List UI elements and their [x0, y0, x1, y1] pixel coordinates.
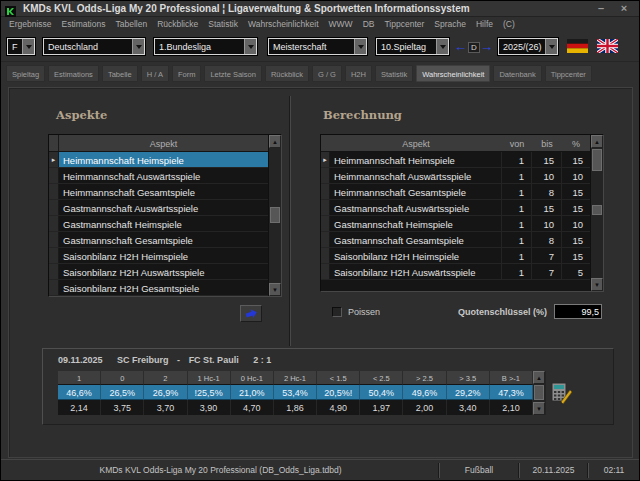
scroll-up-icon[interactable]: ▲: [269, 135, 281, 148]
tab-statistik[interactable]: Statistik: [375, 65, 413, 82]
menu-hilfe[interactable]: Hilfe: [471, 17, 498, 31]
menu-wahrscheinlichkeit[interactable]: Wahrscheinlichkeit: [243, 17, 324, 31]
odds-header-cell: 1: [58, 371, 101, 385]
list-item-selected[interactable]: ▸ Heimmannschaft Heimspiele: [49, 152, 281, 168]
odds-cell: 3,40: [447, 400, 490, 415]
list-item[interactable]: Saisonbilanz H2H Gesamtspiele: [49, 280, 281, 296]
day-badge[interactable]: D: [468, 42, 480, 53]
tab-tippcenter[interactable]: Tippcenter: [545, 65, 592, 82]
next-matchday-arrow-icon[interactable]: →: [480, 40, 493, 53]
list-item[interactable]: Gastmannschaft Auswärtsspiele: [49, 200, 281, 216]
menu-estimations[interactable]: Estimations: [57, 17, 111, 31]
row-indicator: [49, 184, 59, 199]
scroll-down-icon[interactable]: ▼: [533, 402, 545, 415]
menu-ergebnisse[interactable]: Ergebnisse: [4, 17, 57, 31]
uk-flag-icon[interactable]: [597, 39, 618, 53]
league-select[interactable]: 1.Bundesliga: [154, 38, 257, 55]
menu-www[interactable]: WWW: [324, 17, 358, 31]
tab-h-a[interactable]: H / A: [141, 65, 169, 82]
tab-estimations[interactable]: Estimations: [48, 65, 99, 82]
poisson-checkbox[interactable]: [332, 307, 342, 317]
scroll-down-icon[interactable]: ▼: [269, 283, 281, 296]
odds-cell: 1,86: [274, 400, 317, 415]
chevron-down-icon[interactable]: [354, 39, 366, 54]
aspekte-scrollbar[interactable]: ▲ ▼: [268, 135, 281, 296]
quota-input[interactable]: [554, 304, 602, 319]
f-select[interactable]: F: [7, 38, 35, 55]
menu-statistik[interactable]: Statistik: [203, 17, 243, 31]
aspekt-cell: Saisonbilanz H2H Heimspiele: [330, 248, 502, 263]
chevron-down-icon[interactable]: [132, 39, 144, 54]
scrollbar-thumb[interactable]: [534, 385, 544, 400]
col-pct: %: [562, 135, 590, 151]
tab-datenbank[interactable]: Datenbank: [493, 65, 541, 82]
tab-rueckblick[interactable]: Rückblick: [265, 65, 309, 82]
app-window: KMDs KVL Odds-Liga My 20 Professional ¦ …: [0, 0, 640, 481]
competition-select[interactable]: Meisterschaft: [268, 38, 367, 55]
tab-tabelle[interactable]: Tabelle: [102, 65, 138, 82]
aspekt-label: Saisonbilanz H2H Heimspiele: [59, 248, 268, 263]
menu-db[interactable]: DB: [358, 17, 380, 31]
scrollbar-thumb[interactable]: [592, 149, 602, 171]
scroll-up-icon[interactable]: ▲: [533, 371, 545, 384]
menu-copyright[interactable]: (C): [498, 17, 520, 31]
table-row[interactable]: Gastmannschaft Auswärtsspiele 1 15 15: [321, 200, 603, 216]
poisson-label: Poissen: [348, 307, 380, 317]
aspekt-label: Gastmannschaft Gesamtspiele: [59, 232, 268, 247]
scroll-down-icon[interactable]: ▼: [591, 278, 603, 291]
berechnung-scrollbar[interactable]: ▲ ▼: [590, 135, 603, 291]
probability-cell: 47,3%: [490, 385, 533, 400]
table-row[interactable]: ▸ Heimmannschaft Heimspiele 1 15 15: [321, 152, 603, 168]
chevron-down-icon[interactable]: [545, 39, 557, 54]
bis-cell: 15: [532, 200, 562, 215]
calculator-edit-button[interactable]: [551, 382, 573, 405]
matchday-select[interactable]: 10.Spieltag: [376, 38, 449, 55]
list-item[interactable]: Gastmannschaft Heimspiele: [49, 216, 281, 232]
match-line: 09.11.2025 SC Freiburg - FC St. Pauli 2 …: [58, 355, 283, 365]
menu-rueckblicke[interactable]: Rückblicke: [152, 17, 203, 31]
berechnung-title: Berechnung: [323, 108, 402, 122]
menu-sprache[interactable]: Sprache: [429, 17, 471, 31]
german-flag-icon[interactable]: [567, 39, 588, 53]
chevron-down-icon[interactable]: [244, 39, 256, 54]
chevron-down-icon[interactable]: [22, 39, 34, 54]
menu-tippcenter[interactable]: Tippcenter: [379, 17, 429, 31]
tab-wahrscheinlichkeit[interactable]: Wahrscheinlichkeit: [416, 65, 490, 82]
country-select[interactable]: Deutschland: [43, 38, 145, 55]
aspekt-label: Saisonbilanz H2H Gesamtspiele: [59, 280, 268, 295]
aspekt-label: Heimmannschaft Gesamtspiele: [59, 184, 268, 199]
list-item[interactable]: Saisonbilanz H2H Heimspiele: [49, 248, 281, 264]
table-row[interactable]: Saisonbilanz H2H Heimspiele 1 7 15: [321, 248, 603, 264]
table-row[interactable]: Gastmannschaft Heimspiele 1 10 10: [321, 216, 603, 232]
row-indicator: [49, 200, 59, 215]
odds-header-cell: B >-1: [490, 371, 533, 385]
scrollbar-thumb[interactable]: [270, 207, 280, 223]
odds-cell: 3,90: [188, 400, 231, 415]
prev-matchday-arrow-icon[interactable]: ←: [454, 40, 467, 53]
match-table-scrollbar[interactable]: ▲ ▼: [533, 371, 546, 415]
chevron-down-icon[interactable]: [436, 39, 448, 54]
table-row[interactable]: Saisonbilanz H2H Auswärtsspiele 1 7 5: [321, 264, 603, 280]
tab-spieltag[interactable]: Spieltag: [6, 65, 45, 82]
tab-letzte-saison[interactable]: Letzte Saison: [204, 65, 261, 82]
close-button[interactable]: ×: [616, 2, 632, 15]
tab-form[interactable]: Form: [172, 65, 202, 82]
list-item[interactable]: Heimmannschaft Auswärtsspiele: [49, 168, 281, 184]
table-row[interactable]: Heimmannschaft Gesamtspiele 1 8 15: [321, 184, 603, 200]
season-select[interactable]: 2025/(26): [498, 38, 558, 55]
table-row[interactable]: Gastmannschaft Gesamtspiele 1 8 15: [321, 232, 603, 248]
aspekt-label: Saisonbilanz H2H Auswärtsspiele: [59, 264, 268, 279]
minimize-button[interactable]: –: [593, 2, 609, 15]
bis-cell: 8: [532, 232, 562, 247]
probability-table: 1 0 2 1 Hc-1 0 Hc-1 2 Hc-1 < 1.5 < 2.5 >…: [58, 371, 533, 415]
menu-tabellen[interactable]: Tabellen: [110, 17, 152, 31]
table-row[interactable]: Heimmannschaft Auswärtsspiele 1 10 10: [321, 168, 603, 184]
list-item[interactable]: Gastmannschaft Gesamtspiele: [49, 232, 281, 248]
apply-aspect-button[interactable]: [240, 305, 262, 322]
scroll-up-icon[interactable]: ▲: [591, 135, 603, 148]
row-indicator: [49, 232, 59, 247]
tab-h2h[interactable]: H2H: [345, 65, 372, 82]
list-item[interactable]: Heimmannschaft Gesamtspiele: [49, 184, 281, 200]
list-item[interactable]: Saisonbilanz H2H Auswärtsspiele: [49, 264, 281, 280]
tab-g-g[interactable]: G / G: [312, 65, 342, 82]
